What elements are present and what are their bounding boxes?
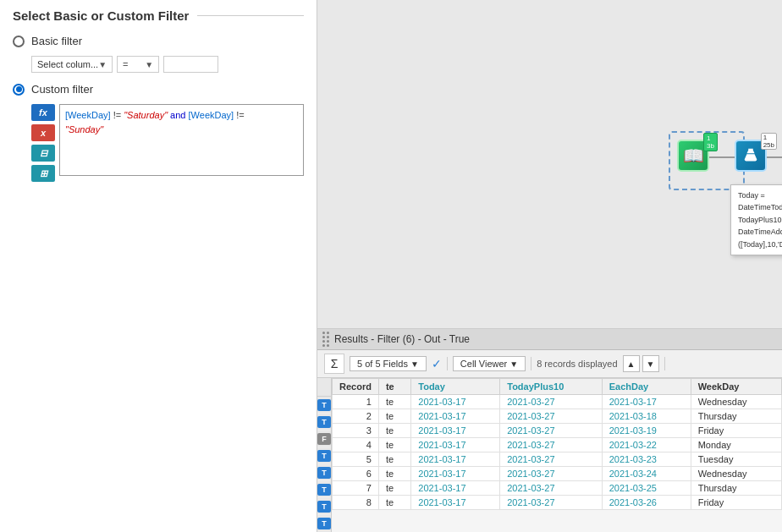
cell-today-1: 2021-03-17 [411,395,500,409]
save-icon[interactable]: ⊞ [31,165,55,182]
basic-filter-row: Select colum... ▼ = ▼ [31,56,304,73]
cell-record-4: 4 [333,438,379,452]
cell-eachday-5: 2021-03-23 [602,452,691,467]
drag-handle[interactable] [322,332,329,347]
left-panel: Select Basic or Custom Filter Basic filt… [0,0,317,532]
cell-te-6: te [378,467,410,481]
custom-filter-section: fx x ⊟ ⊞ [WeekDay] != "Saturday" and [We… [31,104,304,182]
cell-viewer-dropdown[interactable]: Cell Viewer ▼ [453,356,526,371]
panel-title: Select Basic or Custom Filter [13,8,304,23]
table-row: 6 te 2021-03-17 2021-03-27 2021-03-24 We… [333,467,782,481]
col-header-te[interactable]: te [378,379,410,395]
fields-chevron-icon: ▼ [410,359,419,369]
table-row: 5 te 2021-03-17 2021-03-27 2021-03-23 Tu… [333,452,782,467]
cell-te-3: te [378,424,410,438]
x-icon[interactable]: x [31,124,55,141]
cell-eachday-4: 2021-03-22 [602,438,691,452]
cell-record-2: 2 [333,409,379,424]
right-panel: 📖 13b 125b [317,0,782,532]
cell-today-4: 2021-03-17 [411,438,500,452]
table-row: 8 te 2021-03-17 2021-03-27 2021-03-26 Fr… [333,496,782,510]
cell-today-6: 2021-03-17 [411,467,500,481]
row-icon-header [317,378,331,397]
tooltip-1: Today = DateTimeToday() TodayPlus10 = Da… [730,184,782,255]
results-table-container: T T F T T T T T Reco [317,378,782,532]
custom-filter-label: Custom filter [31,83,93,96]
operator-select[interactable]: = ▼ [117,56,159,73]
cell-weekday-2: Thursday [691,409,781,424]
cell-todayplus-8: 2021-03-27 [500,496,602,510]
node-1-badge: 13b [703,133,718,151]
cell-weekday-5: Tuesday [691,452,781,467]
cell-weekday-7: Thursday [691,481,781,496]
toolbar-divider-1 [447,357,448,370]
cell-te-5: te [378,452,410,467]
col-header-today[interactable]: Today [411,379,500,395]
fx-icon[interactable]: fx [31,104,55,121]
formula-text-area[interactable]: [WeekDay] != "Saturday" and [WeekDay] !=… [59,104,304,176]
cell-today-7: 2021-03-17 [411,481,500,496]
cell-today-2: 2021-03-17 [411,409,500,424]
cell-weekday-8: Friday [691,496,781,510]
node-2-badge: 125b [761,133,777,150]
sigma-icon[interactable]: Σ [324,354,344,374]
formula-icons: fx x ⊟ ⊞ [31,104,55,182]
table-row: 3 te 2021-03-17 2021-03-27 2021-03-19 Fr… [333,424,782,438]
cell-te-8: te [378,496,410,510]
results-toolbar: Σ 5 of 5 Fields ▼ ✓ Cell Viewer ▼ 8 reco… [317,350,782,378]
cell-todayplus-6: 2021-03-27 [500,467,602,481]
custom-filter-radio[interactable] [13,84,25,96]
col-header-record[interactable]: Record [333,379,379,395]
viewer-chevron-icon: ▼ [509,359,518,369]
col-header-weekday[interactable]: WeekDay [691,379,781,395]
results-title-bar: Results - Filter (6) - Out - True [317,329,782,350]
table-body: 1 te 2021-03-17 2021-03-27 2021-03-17 We… [333,395,782,510]
sort-down-button[interactable]: ▼ [642,355,659,372]
check-icon: ✓ [432,357,442,370]
table-row: 2 te 2021-03-17 2021-03-27 2021-03-18 Th… [333,409,782,424]
col-header-eachday[interactable]: EachDay [602,379,691,395]
row-icon-8: T [317,515,331,532]
cell-todayplus-7: 2021-03-27 [500,481,602,496]
connector-2-3 [767,156,782,158]
fields-dropdown[interactable]: 5 of 5 Fields ▼ [350,356,427,371]
data-table-wrapper: Record te Today TodayPlus10 EachDay Week… [332,378,782,532]
table-with-row-icons: T T F T T T T T Reco [317,378,782,532]
row-icon-2: T [317,414,331,431]
connector-1-2 [709,156,735,158]
node-1[interactable]: 📖 13b [677,140,709,172]
cell-eachday-3: 2021-03-19 [602,424,691,438]
cell-record-5: 5 [333,452,379,467]
chevron-down-icon: ▼ [98,60,107,69]
records-count: 8 records displayed [537,359,617,369]
cell-record-7: 7 [333,481,379,496]
table-row: 4 te 2021-03-17 2021-03-27 2021-03-22 Mo… [333,438,782,452]
results-header-text: Results - Filter (6) - Out - True [334,333,470,345]
node-2[interactable]: 125b [735,140,767,172]
cell-today-5: 2021-03-17 [411,452,500,467]
basic-filter-label: Basic filter [31,35,82,47]
toolbar-divider-2 [531,357,531,370]
row-icon-3: F [317,431,331,447]
cell-weekday-6: Wednesday [691,467,781,481]
row-icons-column: T T F T T T T T [317,378,332,532]
basic-filter-option[interactable]: Basic filter [13,35,304,47]
row-icon-1: T [317,397,331,414]
column-select[interactable]: Select colum... ▼ [31,56,113,73]
cell-todayplus-4: 2021-03-27 [500,438,602,452]
basic-filter-radio[interactable] [13,36,25,47]
col-header-todayplus10[interactable]: TodayPlus10 [500,379,602,395]
filter-icon[interactable]: ⊟ [31,145,55,162]
cell-record-3: 3 [333,424,379,438]
sort-up-button[interactable]: ▲ [623,355,640,372]
chevron-down-icon: ▼ [145,60,153,69]
filter-value-input[interactable] [163,56,218,73]
cell-today-3: 2021-03-17 [411,424,500,438]
cell-record-8: 8 [333,496,379,510]
canvas-area: 📖 13b 125b [317,0,782,328]
cell-weekday-1: Wednesday [691,395,781,409]
row-icon-6: T [317,481,331,498]
custom-filter-option[interactable]: Custom filter [13,83,304,96]
cell-todayplus-5: 2021-03-27 [500,452,602,467]
cell-eachday-6: 2021-03-24 [602,467,691,481]
